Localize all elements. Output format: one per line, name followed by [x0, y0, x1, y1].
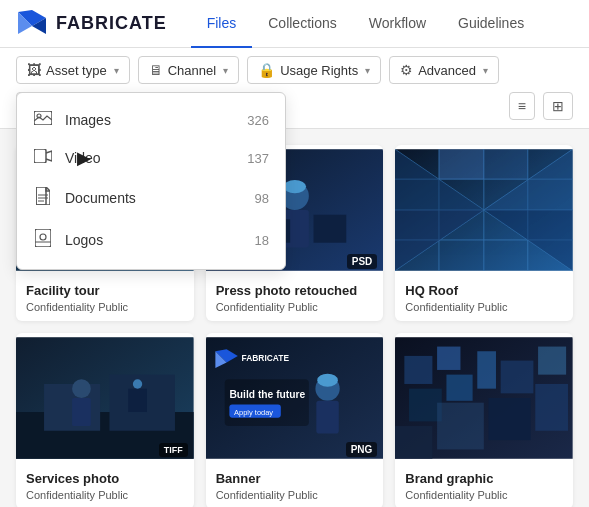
asset-type-label: Asset type: [46, 63, 107, 78]
svg-rect-46: [72, 398, 91, 426]
nav-workflow[interactable]: Workflow: [353, 0, 442, 48]
advanced-label: Advanced: [418, 63, 476, 78]
card-title-1: Facility tour: [26, 283, 184, 298]
thumb-svg-3: [395, 145, 573, 275]
header: FABRICATE Files Collections Workflow Gui…: [0, 0, 589, 48]
logo: FABRICATE: [16, 8, 167, 40]
channel-label: Channel: [168, 63, 216, 78]
video-count: 137: [247, 151, 269, 166]
card-info-4: Services photo Confidentiality Public: [16, 463, 194, 507]
dropdown-item-documents[interactable]: Documents 98: [17, 177, 285, 219]
logos-count: 18: [255, 233, 269, 248]
svg-text:Build the future: Build the future: [229, 389, 305, 400]
svg-point-45: [72, 379, 91, 398]
svg-rect-65: [478, 351, 497, 388]
card-banner[interactable]: FABRICATE Build the future Apply today P…: [206, 333, 384, 507]
svg-rect-66: [501, 361, 534, 394]
card-meta-2: Confidentiality Public: [216, 301, 374, 313]
svg-rect-64: [447, 375, 473, 401]
card-title-5: Banner: [216, 471, 374, 486]
nav-guidelines[interactable]: Guidelines: [442, 0, 540, 48]
usage-rights-label: Usage Rights: [280, 63, 358, 78]
chevron-down-icon-2: ▾: [223, 65, 228, 76]
badge-4: TIFF: [159, 443, 188, 457]
card-meta-4: Confidentiality Public: [26, 489, 184, 501]
card-thumb-5: FABRICATE Build the future Apply today P…: [206, 333, 384, 463]
card-title-6: Brand graphic: [405, 471, 563, 486]
images-count: 326: [247, 113, 269, 128]
card-thumb-3: [395, 145, 573, 275]
badge-2: PSD: [347, 254, 378, 269]
card-info-6: Brand graphic Confidentiality Public: [395, 463, 573, 507]
svg-point-48: [133, 379, 142, 388]
card-brand-graphic[interactable]: Brand graphic Confidentiality Public: [395, 333, 573, 507]
svg-rect-55: [316, 401, 338, 434]
card-services-photo[interactable]: TIFF Services photo Confidentiality Publ…: [16, 333, 194, 507]
card-thumb-6: [395, 333, 573, 463]
meta-value-6: Public: [477, 489, 507, 501]
meta-value-3: Public: [477, 301, 507, 313]
svg-rect-56: [224, 379, 308, 426]
dropdown-item-images[interactable]: Images 326: [17, 101, 285, 139]
nav-collections[interactable]: Collections: [252, 0, 352, 48]
card-info-3: HQ Roof Confidentiality Public: [395, 275, 573, 321]
dropdown-item-video[interactable]: Video 137 ▶: [17, 139, 285, 177]
meta-label-5: Confidentiality: [216, 489, 285, 501]
channel-filter[interactable]: 🖥 Channel ▾: [138, 56, 239, 84]
svg-rect-47: [128, 389, 147, 412]
nav-files[interactable]: Files: [191, 0, 253, 48]
svg-point-54: [317, 374, 338, 387]
images-label: Images: [65, 112, 235, 128]
card-title-2: Press photo retouched: [216, 283, 374, 298]
svg-rect-63: [409, 389, 442, 422]
chevron-down-icon-3: ▾: [365, 65, 370, 76]
svg-rect-67: [538, 347, 566, 375]
svg-text:FABRICATE: FABRICATE: [241, 353, 289, 363]
documents-count: 98: [255, 191, 269, 206]
advanced-filter[interactable]: ⚙ Advanced ▾: [389, 56, 499, 84]
logo-icon: [16, 8, 48, 40]
meta-label-3: Confidentiality: [405, 301, 474, 313]
logos-label: Logos: [65, 232, 243, 248]
images-icon: [33, 111, 53, 129]
dropdown-item-logos[interactable]: Logos 18: [17, 219, 285, 261]
sort-icon: ≡: [518, 98, 526, 114]
card-meta-3: Confidentiality Public: [405, 301, 563, 313]
meta-value-4: Public: [98, 489, 128, 501]
sort-button[interactable]: ≡: [509, 92, 535, 120]
usage-rights-filter[interactable]: 🔒 Usage Rights ▾: [247, 56, 381, 84]
monitor-icon: 🖥: [149, 62, 163, 78]
grid-icon: ⊞: [552, 98, 564, 114]
meta-value-1: Public: [98, 301, 128, 313]
svg-rect-68: [489, 398, 531, 440]
svg-marker-39: [439, 149, 484, 179]
card-meta-6: Confidentiality Public: [405, 489, 563, 501]
main-nav: Files Collections Workflow Guidelines: [191, 0, 541, 48]
meta-label-6: Confidentiality: [405, 489, 474, 501]
card-thumb-4: TIFF: [16, 333, 194, 463]
video-icon: [33, 149, 53, 167]
view-toggle-button[interactable]: ⊞: [543, 92, 573, 120]
svg-text:Apply today: Apply today: [234, 408, 273, 417]
meta-value-5: Public: [288, 489, 318, 501]
svg-rect-10: [35, 229, 51, 247]
svg-marker-40: [484, 149, 528, 179]
card-info-1: Facility tour Confidentiality Public: [16, 275, 194, 321]
asset-type-filter[interactable]: 🖼 Asset type ▾: [16, 56, 130, 84]
card-info-5: Banner Confidentiality Public: [206, 463, 384, 507]
svg-rect-6: [36, 187, 46, 205]
svg-rect-69: [536, 384, 569, 431]
chevron-down-icon: ▾: [114, 65, 119, 76]
svg-rect-71: [395, 426, 432, 459]
chevron-down-icon-4: ▾: [483, 65, 488, 76]
svg-point-23: [283, 180, 305, 193]
svg-rect-62: [437, 347, 460, 370]
svg-rect-25: [313, 215, 346, 243]
svg-rect-5: [34, 149, 46, 163]
svg-rect-61: [405, 356, 433, 384]
meta-label-4: Confidentiality: [26, 489, 95, 501]
card-hq-roof[interactable]: HQ Roof Confidentiality Public: [395, 145, 573, 321]
meta-label-1: Confidentiality: [26, 301, 95, 313]
logos-icon: [33, 229, 53, 251]
card-meta-5: Confidentiality Public: [216, 489, 374, 501]
